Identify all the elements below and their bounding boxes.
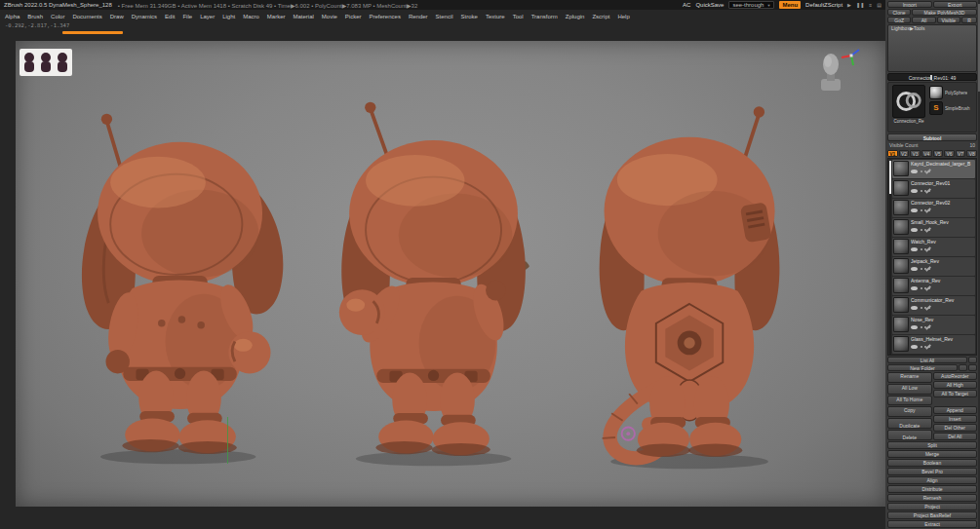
subtool-item[interactable]: Kayrd_Decimated_larger_B: [892, 160, 975, 178]
all-to-home-button[interactable]: All To Home: [887, 396, 932, 406]
subtool-item[interactable]: Nose_Rev: [892, 316, 975, 334]
ac-button[interactable]: AC: [683, 2, 690, 8]
edit-icon[interactable]: [925, 285, 931, 290]
subpalette-button[interactable]: Align: [887, 476, 977, 484]
polypaint-icon[interactable]: [921, 346, 922, 348]
del-all-button[interactable]: Del All: [933, 433, 978, 440]
polypaint-icon[interactable]: [921, 307, 922, 309]
edit-icon[interactable]: [925, 188, 931, 193]
subpalette-button[interactable]: Project BasRelief: [887, 511, 977, 519]
subtool-item[interactable]: Communicator_Rev: [892, 296, 975, 315]
menu-item[interactable]: Zplugin: [566, 14, 585, 19]
eye-icon[interactable]: [911, 306, 918, 310]
insert-button[interactable]: Insert: [933, 415, 978, 423]
menu-item[interactable]: Tool: [513, 14, 524, 19]
edit-icon[interactable]: [925, 344, 931, 349]
menu-item[interactable]: Movie: [322, 14, 337, 19]
folder-down-icon-button[interactable]: [968, 364, 977, 371]
goz-visible-button[interactable]: Visible: [937, 17, 960, 23]
play-icon[interactable]: ▶: [847, 2, 851, 8]
subpalette-button[interactable]: Boolean: [887, 459, 977, 467]
goz-button[interactable]: GoZ: [887, 17, 911, 23]
eye-icon[interactable]: [911, 267, 918, 271]
visibility-tab[interactable]: V2: [899, 150, 910, 157]
edit-icon[interactable]: [925, 305, 931, 310]
subtool-item[interactable]: Antenna_Rev: [892, 277, 975, 295]
menu-item[interactable]: Edit: [165, 14, 175, 19]
visibility-tab[interactable]: V1: [887, 150, 898, 157]
polypaint-icon[interactable]: [921, 190, 922, 192]
eye-icon[interactable]: [911, 228, 918, 232]
subpalette-button[interactable]: Split: [887, 441, 977, 449]
eye-icon[interactable]: [911, 345, 918, 349]
polypaint-icon[interactable]: [921, 248, 922, 250]
menu-item[interactable]: Alpha: [5, 14, 20, 19]
menu-item[interactable]: Dynamics: [132, 14, 157, 19]
make-polymesh3d-button[interactable]: Make PolyMesh3D: [912, 9, 977, 16]
axis-gizmo[interactable]: [841, 45, 862, 66]
goz-all-button[interactable]: All: [912, 17, 935, 23]
sculpt-view-front-left[interactable]: [66, 94, 295, 470]
subtool-item[interactable]: Glass_Helmet_Rev: [892, 335, 975, 354]
menu-item[interactable]: Preferences: [370, 14, 401, 19]
tool-slider[interactable]: Connector_Rev01: 49: [887, 73, 977, 81]
menu-item[interactable]: Stencil: [436, 14, 453, 19]
renderable-toggle[interactable]: R: [961, 17, 977, 23]
grid-icon[interactable]: ▤: [877, 2, 882, 8]
menu-item[interactable]: Zscript: [592, 14, 609, 19]
edit-icon[interactable]: [925, 227, 931, 232]
menu-item[interactable]: Render: [409, 14, 428, 19]
visibility-tab[interactable]: V7: [956, 150, 966, 157]
menu-item[interactable]: Macro: [243, 14, 259, 19]
eye-icon[interactable]: [911, 189, 918, 193]
copy-button[interactable]: Copy: [887, 406, 932, 417]
all-low-button[interactable]: All Low: [887, 384, 932, 395]
sculpt-view-back[interactable]: [573, 94, 807, 474]
import-button[interactable]: Import: [887, 1, 932, 8]
eye-icon[interactable]: [911, 208, 918, 212]
subpalette-button[interactable]: Extract: [887, 520, 977, 528]
all-to-target-button[interactable]: All To Target: [933, 390, 978, 397]
export-button[interactable]: Export: [933, 1, 978, 8]
subtool-item[interactable]: Connector_Rev02: [892, 199, 975, 217]
menu-item[interactable]: Material: [294, 14, 314, 19]
menu-item[interactable]: Layer: [200, 14, 215, 19]
menu-item[interactable]: Stroke: [461, 14, 478, 19]
all-high-button[interactable]: All High: [933, 381, 978, 389]
see-through-dropdown[interactable]: see-through ▼: [728, 1, 774, 9]
slider-notch[interactable]: [930, 75, 932, 80]
visibility-tab[interactable]: V3: [910, 150, 921, 157]
edit-icon[interactable]: [925, 169, 931, 173]
visibility-tab[interactable]: V4: [921, 150, 932, 157]
subpalette-button[interactable]: Distribute: [887, 485, 977, 493]
polypaint-icon[interactable]: [921, 268, 922, 270]
visibility-tab[interactable]: V5: [933, 150, 944, 157]
subtool-section-header[interactable]: Subtool: [887, 133, 977, 141]
sculpt-view-front[interactable]: [320, 96, 549, 472]
menu-item[interactable]: Light: [222, 14, 235, 19]
list-all-option-button[interactable]: [968, 357, 977, 363]
polypaint-icon[interactable]: [921, 229, 922, 231]
del-other-button[interactable]: Del Other: [933, 424, 978, 432]
current-tool-thumbnail[interactable]: [892, 85, 925, 118]
duplicate-button[interactable]: Duplicate: [887, 418, 932, 429]
canvas-document[interactable]: [16, 41, 885, 507]
eye-icon[interactable]: [911, 247, 918, 251]
edit-icon[interactable]: [925, 266, 931, 271]
menu-item[interactable]: Texture: [486, 14, 505, 19]
delete-button[interactable]: Delete: [887, 430, 932, 440]
polypaint-icon[interactable]: [921, 287, 922, 289]
polysphere-tool-thumbnail[interactable]: [929, 86, 943, 99]
edit-icon[interactable]: [925, 208, 931, 212]
auto-reorder-button[interactable]: AutoReorder: [933, 372, 978, 380]
edit-icon[interactable]: [925, 324, 931, 329]
eye-icon[interactable]: [911, 286, 918, 290]
quicksave-button[interactable]: QuickSave: [695, 2, 724, 8]
menu-toggle-button[interactable]: Menu: [779, 1, 801, 9]
subpalette-button[interactable]: Remesh: [887, 494, 977, 502]
folder-up-icon-button[interactable]: [959, 364, 967, 371]
menu-item[interactable]: Brush: [27, 14, 43, 19]
lightbox-tools-button[interactable]: Lightbox▶Tools: [887, 24, 977, 72]
subtool-item[interactable]: Small_Hook_Rev: [892, 218, 975, 237]
new-folder-button[interactable]: New Folder: [887, 364, 958, 371]
